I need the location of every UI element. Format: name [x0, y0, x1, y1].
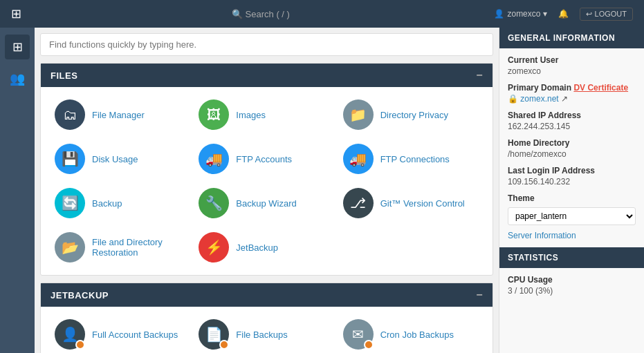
- item-directory-privacy[interactable]: 📁 Directory Privacy: [340, 95, 481, 134]
- user-menu[interactable]: 👤 zomexco ▾: [494, 9, 547, 19]
- logout-button[interactable]: ↩ LOGOUT: [580, 8, 633, 21]
- search-icon: 🔍: [232, 9, 243, 19]
- full-account-backups-label: Full Account Backups: [92, 330, 178, 340]
- lock-icon: 🔒: [508, 94, 518, 104]
- general-info-body: Current User zomexco Primary Domain DV C…: [499, 48, 644, 247]
- home-dir-value: /home/zomexco: [508, 149, 636, 159]
- jetbackup-section-body: 👤 Full Account Backups 📄 File Backups ✉: [41, 307, 493, 353]
- notifications-icon[interactable]: 🔔: [558, 9, 569, 19]
- git-icon: ⎇: [343, 188, 374, 218]
- file-backups-badge: [219, 340, 229, 350]
- cron-job-backups-badge: [364, 340, 374, 350]
- item-cron-job-backups[interactable]: ✉ Cron Job Backups: [340, 315, 481, 353]
- domain-value: 🔒 zomex.net ↗: [508, 94, 636, 104]
- general-info-header: GENERAL INFORMATION: [499, 28, 644, 48]
- file-backups-label: File Backups: [236, 330, 287, 340]
- domain-link[interactable]: zomex.net: [520, 94, 558, 104]
- ftp-connections-icon: 🚚: [343, 144, 374, 174]
- cron-job-backups-label: Cron Job Backups: [380, 330, 454, 340]
- full-account-backups-icon: 👤: [55, 319, 85, 350]
- ftp-accounts-icon: 🚚: [199, 144, 229, 174]
- disk-usage-label: Disk Usage: [92, 154, 138, 164]
- ftp-accounts-label: FTP Accounts: [236, 154, 292, 164]
- external-link-icon: ↗: [561, 94, 568, 104]
- files-section-body: 🗂 File Manager 🖼 Images 📁 Directory Priv…: [41, 87, 493, 275]
- topnav-right: 👤 zomexco ▾ 🔔 ↩ LOGOUT: [494, 8, 633, 21]
- app-layout: ⊞ 👥 FILES − 🗂 File Manager 🖼 Images: [0, 28, 644, 353]
- right-panel: GENERAL INFORMATION Current User zomexco…: [499, 28, 644, 353]
- full-account-backups-badge: [75, 340, 85, 350]
- images-label: Images: [236, 110, 266, 120]
- backup-wizard-icon: 🔧: [199, 188, 229, 218]
- images-icon: 🖼: [199, 99, 229, 130]
- item-ftp-accounts[interactable]: 🚚 FTP Accounts: [196, 140, 337, 178]
- disk-usage-icon: 💾: [55, 144, 85, 174]
- logout-label: LOGOUT: [595, 10, 627, 18]
- current-user-value: zomexco: [508, 66, 636, 76]
- directory-privacy-label: Directory Privacy: [380, 110, 448, 120]
- general-info-title: GENERAL INFORMATION: [508, 33, 615, 43]
- main-content: FILES − 🗂 File Manager 🖼 Images 📁 Direct…: [35, 28, 499, 353]
- jetbackup-section: JETBACKUP − 👤 Full Account Backups 📄: [40, 283, 493, 353]
- file-backups-icon: 📄: [199, 319, 229, 350]
- files-section-header: FILES −: [41, 64, 493, 87]
- ftp-connections-label: FTP Connections: [380, 154, 450, 164]
- jetbackup-label: JetBackup: [236, 242, 278, 253]
- quick-find-input[interactable]: [40, 33, 493, 56]
- statistics-header: STATISTICS: [499, 247, 644, 268]
- dv-certificate-link[interactable]: DV Certificate: [573, 83, 628, 93]
- backup-wizard-label: Backup Wizard: [236, 198, 296, 209]
- files-toggle[interactable]: −: [476, 69, 483, 82]
- current-user-label: Current User: [508, 55, 636, 65]
- search-area: 🔍 Search ( / ): [35, 9, 486, 19]
- shared-ip-label: Shared IP Address: [508, 111, 636, 120]
- jetbackup-toggle[interactable]: −: [476, 289, 483, 301]
- search-label: Search ( / ): [246, 9, 290, 19]
- theme-select[interactable]: paper_lantern: [508, 207, 636, 225]
- primary-domain-label: Primary Domain DV Certificate: [508, 83, 636, 93]
- git-label: Git™ Version Control: [380, 198, 465, 209]
- item-full-account-backups[interactable]: 👤 Full Account Backups: [52, 315, 193, 353]
- directory-privacy-icon: 📁: [343, 99, 374, 130]
- file-manager-icon: 🗂: [55, 99, 85, 130]
- item-images[interactable]: 🖼 Images: [196, 95, 337, 134]
- item-file-manager[interactable]: 🗂 File Manager: [52, 95, 193, 134]
- jetbackup-icon: ⚡: [199, 232, 229, 263]
- item-git-version-control[interactable]: ⎇ Git™ Version Control: [340, 184, 481, 222]
- server-info-link[interactable]: Server Information: [508, 231, 636, 240]
- top-nav: ⊞ 🔍 Search ( / ) 👤 zomexco ▾ 🔔 ↩ LOGOUT: [0, 0, 644, 28]
- file-dir-restoration-icon: 📂: [55, 232, 85, 263]
- search-button[interactable]: 🔍 Search ( / ): [232, 9, 290, 19]
- shared-ip-value: 162.244.253.145: [508, 122, 636, 131]
- item-backup-wizard[interactable]: 🔧 Backup Wizard: [196, 184, 337, 222]
- item-file-backups[interactable]: 📄 File Backups: [196, 315, 337, 353]
- jetbackup-title: JETBACKUP: [50, 290, 109, 300]
- last-login-value: 109.156.140.232: [508, 177, 636, 187]
- cron-job-backups-icon: ✉: [343, 319, 374, 350]
- grid-icon[interactable]: ⊞: [11, 6, 21, 21]
- item-backup[interactable]: 🔄 Backup: [52, 184, 193, 222]
- files-section: FILES − 🗂 File Manager 🖼 Images 📁 Direct…: [40, 63, 493, 276]
- chevron-down-icon: ▾: [543, 9, 547, 19]
- item-ftp-connections[interactable]: 🚚 FTP Connections: [340, 140, 481, 178]
- cpu-usage-value: 3 / 100 (3%): [508, 286, 636, 296]
- file-manager-label: File Manager: [92, 110, 145, 120]
- last-login-label: Last Login IP Address: [508, 166, 636, 175]
- item-disk-usage[interactable]: 💾 Disk Usage: [52, 140, 193, 178]
- logout-icon: ↩: [586, 10, 592, 18]
- sidebar-item-users[interactable]: 👥: [5, 66, 30, 91]
- statistics-body: CPU Usage 3 / 100 (3%): [499, 268, 644, 303]
- files-title: FILES: [50, 70, 77, 81]
- username: zomexco: [507, 9, 540, 19]
- home-dir-label: Home Directory: [508, 138, 636, 148]
- theme-label: Theme: [508, 193, 636, 203]
- item-jetbackup[interactable]: ⚡ JetBackup: [196, 228, 337, 267]
- item-file-directory-restoration[interactable]: 📂 File and Directory Restoration: [52, 228, 193, 267]
- file-dir-restoration-label: File and Directory Restoration: [92, 237, 190, 258]
- sidebar-item-home[interactable]: ⊞: [5, 35, 30, 59]
- left-sidebar: ⊞ 👥: [0, 28, 35, 353]
- user-icon: 👤: [494, 9, 504, 19]
- backup-icon: 🔄: [55, 188, 85, 218]
- jetbackup-section-header: JETBACKUP −: [41, 283, 493, 307]
- cpu-usage-label: CPU Usage: [508, 275, 636, 285]
